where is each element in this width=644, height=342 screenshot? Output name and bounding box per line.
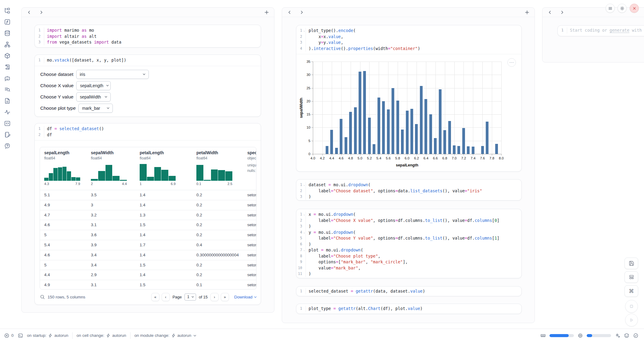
chart-bar[interactable] bbox=[439, 89, 442, 154]
chevron-right-icon[interactable] bbox=[560, 10, 565, 15]
chart-bar[interactable] bbox=[340, 119, 342, 154]
chart-bar[interactable] bbox=[420, 86, 423, 154]
code-placeholder[interactable]: Start coding or generate with AI bbox=[567, 27, 644, 34]
run-button[interactable] bbox=[625, 314, 638, 326]
tracing-icon[interactable] bbox=[4, 109, 11, 116]
column-name[interactable]: species bbox=[247, 150, 256, 155]
file-tree-icon[interactable] bbox=[4, 7, 11, 14]
column-name[interactable]: petalWidth bbox=[196, 150, 218, 155]
command-palette-button[interactable]: ⌘ bbox=[624, 285, 638, 297]
shutdown-button[interactable] bbox=[630, 4, 639, 13]
chart-bar[interactable] bbox=[349, 112, 352, 154]
dependency-graph-icon[interactable] bbox=[4, 41, 11, 48]
table-row[interactable]: 4.73.21.30.2setosa bbox=[40, 210, 256, 220]
chart-bar[interactable] bbox=[415, 124, 418, 154]
table-row[interactable]: 4.42.91.40.2setosa bbox=[40, 270, 256, 280]
assistant-bot-icon[interactable] bbox=[624, 333, 629, 338]
packages-icon[interactable] bbox=[4, 52, 11, 59]
cell-empty[interactable]: 1 Start coding or generate with AI bbox=[557, 25, 644, 36]
chart-bar[interactable] bbox=[457, 146, 460, 154]
table-row[interactable]: 53.41.50.2setosa bbox=[40, 260, 256, 270]
error-counter[interactable]: 0 bbox=[4, 333, 14, 338]
chart-bar[interactable] bbox=[377, 98, 380, 154]
dropdown-select[interactable]: mark_bar bbox=[78, 104, 113, 113]
fold-chevron-icon[interactable]: ⌄ bbox=[302, 230, 305, 236]
stop-button[interactable] bbox=[625, 300, 638, 313]
chart-bar[interactable] bbox=[467, 146, 470, 154]
settings-button[interactable] bbox=[617, 4, 627, 13]
chart-bar[interactable] bbox=[462, 128, 465, 154]
chart-bar[interactable] bbox=[410, 109, 413, 154]
cell-plot[interactable]: 1⌄plot_type().encode(2 x=x.value,3 y=y.v… bbox=[296, 25, 522, 172]
database-icon[interactable] bbox=[4, 30, 11, 37]
chart-bar[interactable] bbox=[406, 111, 409, 154]
chart-bar[interactable] bbox=[486, 122, 488, 154]
prev-page-button[interactable]: ‹ bbox=[162, 293, 170, 301]
table-row[interactable]: 5.13.51.40.2setosa bbox=[40, 190, 256, 200]
dropdown-select[interactable]: sepalWidth bbox=[76, 92, 111, 102]
script-log-icon[interactable] bbox=[4, 64, 11, 70]
cell-dataframe[interactable]: 1 df = selected_dataset()2 df sepalLengt… bbox=[34, 123, 261, 305]
download-button[interactable]: Download bbox=[234, 295, 257, 299]
connection-status-icon[interactable] bbox=[633, 333, 639, 338]
column-name[interactable]: sepalLength bbox=[44, 150, 69, 155]
sparkles-icon[interactable] bbox=[615, 333, 620, 338]
chat-bot-icon[interactable] bbox=[4, 75, 11, 82]
table-row[interactable]: 4.63.11.50.2setosa bbox=[40, 220, 256, 230]
chart-bar[interactable] bbox=[387, 109, 390, 154]
column-name[interactable]: sepalWidth bbox=[91, 150, 114, 155]
table-row[interactable]: 5.43.91.70.4setosa bbox=[40, 240, 256, 250]
vega-actions-button[interactable]: ⋯ bbox=[507, 58, 516, 67]
cell-dataset-dropdown[interactable]: 1⌄dataset = mo.ui.dropdown(2 label="Choo… bbox=[296, 179, 522, 201]
on-module-change-setting[interactable]: on module change: autorun bbox=[134, 333, 197, 338]
on-cell-change-setting[interactable]: on cell change: autorun bbox=[77, 333, 126, 338]
generate-link[interactable]: generate bbox=[610, 28, 629, 33]
chart-bar[interactable] bbox=[373, 144, 375, 154]
cell-vstack[interactable]: 1 mo.vstack([dataset, x, y, plot]) Choos… bbox=[34, 55, 261, 117]
cell-plot-type[interactable]: 1 plot_type = getattr(alt.Chart(df), plo… bbox=[296, 304, 522, 314]
table-row[interactable]: 4.931.40.2setosa bbox=[40, 200, 256, 210]
chart-bar[interactable] bbox=[330, 130, 333, 154]
table-row[interactable]: 4.63.41.40.30000000000000004setosa bbox=[40, 250, 256, 260]
chevron-left-icon[interactable] bbox=[287, 10, 292, 15]
cell-imports[interactable]: 1 import marimo as mo2 import altair as … bbox=[34, 25, 261, 48]
dropdown-select[interactable]: iris bbox=[76, 70, 149, 79]
chart-bar[interactable] bbox=[382, 101, 385, 154]
dropdown-select[interactable]: sepalLength bbox=[76, 81, 111, 90]
chart-bar[interactable] bbox=[392, 88, 394, 154]
fold-chevron-icon[interactable]: ⌄ bbox=[302, 28, 305, 34]
table-row[interactable]: 53.61.40.2setosa bbox=[40, 230, 256, 240]
search-icon[interactable] bbox=[40, 294, 45, 300]
chart-bar[interactable] bbox=[443, 130, 446, 154]
cell-selected-dataset[interactable]: 1 selected_dataset = getattr(data, datas… bbox=[296, 286, 522, 296]
chart-bar[interactable] bbox=[481, 146, 484, 154]
chevron-left-icon[interactable] bbox=[27, 10, 32, 15]
functions-icon[interactable] bbox=[4, 19, 11, 25]
log-search-icon[interactable] bbox=[4, 86, 11, 93]
terminal-icon[interactable] bbox=[18, 333, 23, 338]
chart-bar[interactable] bbox=[363, 71, 366, 154]
snippets-icon[interactable] bbox=[4, 120, 11, 127]
cell-xyplot-dropdowns[interactable]: 1⌄x = mo.ui.dropdown(2 label="Choose X v… bbox=[296, 209, 522, 278]
chart-bar[interactable] bbox=[354, 107, 357, 154]
altair-bar-chart[interactable]: ⋯ sepalLength sepalWidth 4.04.24.44.64.8… bbox=[296, 54, 521, 171]
add-cell-button[interactable] bbox=[264, 9, 270, 16]
documentation-icon[interactable] bbox=[4, 98, 11, 104]
notebook-edit-icon[interactable] bbox=[4, 131, 11, 138]
chart-bar[interactable] bbox=[345, 137, 347, 154]
chart-bar[interactable] bbox=[424, 99, 427, 154]
chart-bar[interactable] bbox=[368, 118, 371, 154]
chart-bar[interactable] bbox=[472, 147, 474, 154]
table-row[interactable]: 4.93.11.50.1setosa bbox=[40, 280, 256, 290]
fold-chevron-icon[interactable]: ⌄ bbox=[302, 247, 305, 253]
chevron-right-icon[interactable] bbox=[39, 10, 44, 15]
chart-bar[interactable] bbox=[453, 145, 456, 154]
layout-button[interactable] bbox=[624, 271, 638, 283]
chart-bar[interactable] bbox=[359, 72, 361, 154]
chart-bar[interactable] bbox=[495, 144, 498, 154]
column-name[interactable]: petalLength bbox=[140, 150, 164, 155]
fold-chevron-icon[interactable]: ⌄ bbox=[302, 182, 305, 188]
chart-bar[interactable] bbox=[326, 146, 328, 154]
last-page-button[interactable]: » bbox=[221, 293, 229, 301]
next-page-button[interactable]: › bbox=[210, 293, 219, 301]
